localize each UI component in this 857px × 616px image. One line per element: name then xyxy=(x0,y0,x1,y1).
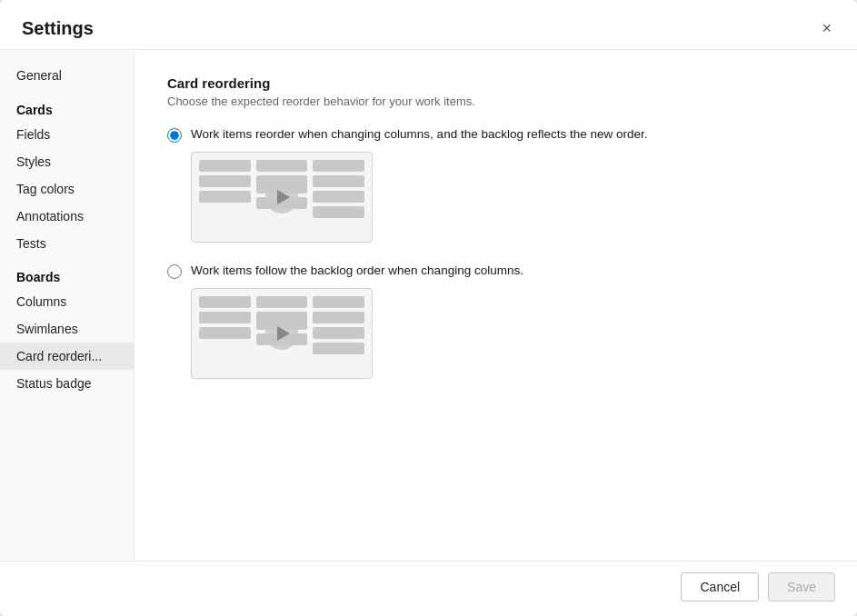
preview1-col3 xyxy=(313,160,364,218)
preview-card xyxy=(199,175,251,187)
dialog-body: General Cards Fields Styles Tag colors A… xyxy=(0,50,857,561)
sidebar-section-cards: Cards xyxy=(0,90,134,121)
preview2-col1 xyxy=(199,296,251,339)
option2-label[interactable]: Work items follow the backlog order when… xyxy=(191,263,523,277)
option2-radio[interactable] xyxy=(167,264,182,279)
option2-row: Work items follow the backlog order when… xyxy=(167,263,824,279)
preview-card xyxy=(313,327,364,339)
sidebar-item-fields[interactable]: Fields xyxy=(0,121,134,148)
preview-card xyxy=(256,296,308,308)
sidebar-section-boards: Boards xyxy=(0,257,134,288)
option1-preview xyxy=(191,152,373,243)
sidebar-item-card-reordering[interactable]: Card reorderi... xyxy=(0,343,134,370)
option1-row: Work items reorder when changing columns… xyxy=(167,126,824,143)
sidebar-item-columns[interactable]: Columns xyxy=(0,288,134,315)
play-icon-1 xyxy=(277,190,290,204)
preview-card xyxy=(199,296,251,308)
dialog-title: Settings xyxy=(22,18,94,39)
sidebar-item-general[interactable]: General xyxy=(0,61,134,90)
play-button-2[interactable] xyxy=(265,317,298,350)
preview-card xyxy=(313,312,364,323)
preview-card xyxy=(313,296,364,308)
preview-card xyxy=(313,160,364,172)
sidebar-item-swimlanes[interactable]: Swimlanes xyxy=(0,315,134,343)
save-button: Save xyxy=(768,572,835,601)
close-button[interactable]: × xyxy=(818,16,835,40)
settings-dialog: Settings × General Cards Fields Styles T… xyxy=(0,0,857,616)
main-content: Card reordering Choose the expected reor… xyxy=(135,50,857,561)
preview-card xyxy=(313,343,364,354)
option1-label[interactable]: Work items reorder when changing columns… xyxy=(191,126,648,141)
sidebar-item-tag-colors[interactable]: Tag colors xyxy=(0,175,134,203)
sidebar-item-annotations[interactable]: Annotations xyxy=(0,203,134,230)
preview-card xyxy=(199,327,251,339)
option1-radio[interactable] xyxy=(167,128,182,143)
sidebar-item-styles[interactable]: Styles xyxy=(0,148,134,175)
cancel-button[interactable]: Cancel xyxy=(681,572,759,601)
dialog-footer: Cancel Save xyxy=(0,561,857,616)
preview-card xyxy=(313,206,364,218)
preview-card xyxy=(313,191,364,203)
sidebar-item-tests[interactable]: Tests xyxy=(0,230,134,257)
preview-card xyxy=(199,160,251,172)
option2-preview xyxy=(191,288,373,379)
sidebar-item-status-badge[interactable]: Status badge xyxy=(0,370,134,397)
dialog-header: Settings × xyxy=(0,0,857,50)
section-title: Card reordering xyxy=(167,75,824,91)
preview-card xyxy=(199,191,251,203)
preview-card xyxy=(256,160,308,172)
play-button-1[interactable] xyxy=(265,181,298,214)
preview1-col1 xyxy=(199,160,251,203)
play-icon-2 xyxy=(277,326,290,341)
preview-card xyxy=(313,175,364,187)
preview-card xyxy=(199,312,251,323)
preview2-col3 xyxy=(313,296,364,354)
section-desc: Choose the expected reorder behavior for… xyxy=(167,94,824,108)
sidebar: General Cards Fields Styles Tag colors A… xyxy=(0,50,135,561)
